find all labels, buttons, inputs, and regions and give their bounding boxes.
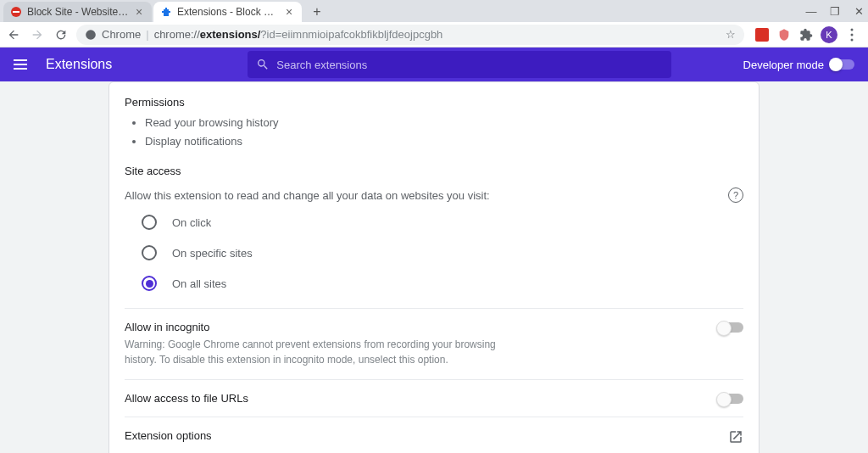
site-access-desc: Allow this extension to read and change … [125, 187, 743, 203]
content-area: Permissions Read your browsing history D… [0, 81, 868, 453]
svg-rect-1 [13, 11, 19, 13]
search-extensions-box[interactable] [248, 51, 671, 78]
ext-icon-shield[interactable] [776, 27, 792, 42]
page-title: Extensions [46, 57, 112, 72]
svg-point-5 [851, 38, 854, 41]
browser-tab-2[interactable]: Extensions - Block Site - W × [153, 2, 302, 22]
radio-label: On all sites [172, 277, 226, 290]
forward-button[interactable] [29, 26, 46, 43]
developer-mode-label: Developer mode [743, 59, 824, 71]
svg-point-4 [851, 33, 854, 36]
incognito-desc: Warning: Google Chrome cannot prevent ex… [125, 337, 498, 367]
back-button[interactable] [5, 26, 22, 43]
permission-item: Read your browsing history [145, 114, 743, 132]
browser-toolbar: Chrome | chrome://extensions/?id=eiimnmi… [0, 22, 868, 48]
close-icon[interactable]: × [133, 6, 145, 18]
url-scheme: Chrome [102, 28, 141, 41]
profile-avatar[interactable]: K [821, 26, 837, 43]
address-bar[interactable]: Chrome | chrome://extensions/?id=eiimnmi… [76, 25, 744, 45]
favicon-blocksite [10, 6, 22, 18]
window-controls: — ❐ ✕ [805, 0, 865, 22]
svg-point-2 [86, 30, 96, 40]
file-urls-title: Allow access to file URLs [125, 392, 248, 405]
close-window-button[interactable]: ✕ [853, 5, 865, 17]
maximize-button[interactable]: ❐ [829, 5, 841, 17]
incognito-title: Allow in incognito [125, 321, 498, 333]
file-urls-row: Allow access to file URLs [125, 379, 743, 417]
new-tab-button[interactable]: + [307, 2, 327, 22]
site-access-title: Site access [125, 165, 743, 177]
incognito-toggle[interactable] [718, 322, 743, 333]
file-urls-toggle[interactable] [718, 394, 743, 404]
radio-icon [142, 245, 157, 260]
star-icon[interactable]: ☆ [726, 28, 736, 41]
site-access-radio-group: On click On specific sites On all sites [125, 215, 743, 291]
radio-icon [142, 276, 157, 291]
favicon-extensions [160, 6, 172, 18]
reload-button[interactable] [53, 26, 70, 43]
options-title: Extension options [125, 429, 212, 442]
browser-menu-button[interactable] [844, 27, 860, 42]
ext-icon-red[interactable] [754, 27, 770, 42]
radio-label: On specific sites [172, 247, 253, 260]
search-icon [256, 58, 270, 71]
minimize-button[interactable]: — [805, 5, 817, 17]
radio-on-all-sites[interactable]: On all sites [142, 276, 743, 291]
permissions-title: Permissions [125, 96, 743, 109]
open-external-icon [728, 429, 743, 445]
extension-detail-card: Permissions Read your browsing history D… [108, 81, 760, 453]
developer-mode-section: Developer mode [743, 59, 854, 71]
developer-mode-toggle[interactable] [831, 59, 854, 70]
tab-title: Block Site - Website Block [27, 6, 130, 18]
extensions-header: Extensions Developer mode [0, 48, 868, 81]
browser-tab-1[interactable]: Block Site - Website Block × [3, 2, 152, 22]
help-icon[interactable]: ? [728, 187, 743, 203]
tab-title: Extensions - Block Site - W [177, 6, 280, 18]
radio-on-specific-sites[interactable]: On specific sites [142, 245, 743, 260]
close-icon[interactable]: × [283, 6, 295, 18]
radio-icon [142, 215, 157, 230]
extension-icons: K [754, 26, 860, 43]
extensions-puzzle-icon[interactable] [798, 27, 814, 42]
extension-options-row[interactable]: Extension options [125, 417, 743, 453]
content-scroll[interactable]: Permissions Read your browsing history D… [108, 81, 760, 453]
radio-label: On click [172, 216, 211, 229]
tab-strip: Block Site - Website Block × Extensions … [0, 0, 868, 22]
svg-point-3 [851, 28, 854, 31]
hamburger-menu-button[interactable] [14, 54, 34, 75]
permissions-list: Read your browsing history Display notif… [125, 114, 743, 151]
permission-item: Display notifications [145, 132, 743, 151]
chrome-icon [85, 29, 97, 41]
search-input[interactable] [276, 59, 663, 71]
radio-on-click[interactable]: On click [142, 215, 743, 230]
allow-incognito-row: Allow in incognito Warning: Google Chrom… [125, 308, 743, 379]
